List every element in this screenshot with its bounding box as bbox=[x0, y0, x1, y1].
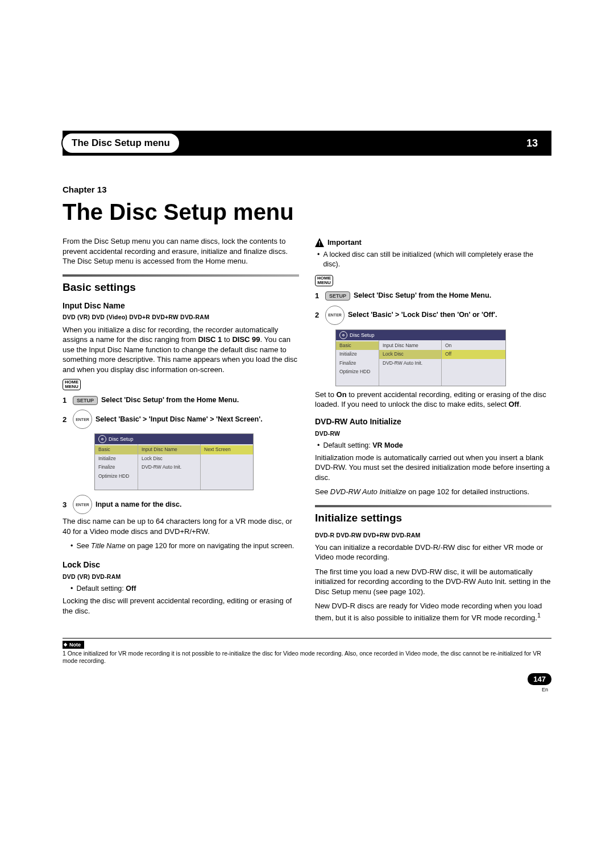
basic-settings-heading: Basic settings bbox=[63, 280, 299, 295]
initialize-p3: New DVD-R discs are ready for Video mode… bbox=[315, 601, 551, 623]
setup-button-icon: SETUP bbox=[73, 396, 98, 405]
header-tab: The Disc Setup menu bbox=[61, 132, 180, 155]
auto-init-default-bullet: Default setting: VR Mode bbox=[317, 441, 551, 450]
intro-paragraph: From the Disc Setup menu you can name di… bbox=[63, 236, 299, 266]
enter-button-icon: ENTER bbox=[325, 306, 345, 325]
right-step-2: 2 ENTER Select 'Basic' > 'Lock Disc' the… bbox=[315, 306, 551, 325]
home-menu-icon: HOME MENU bbox=[315, 275, 333, 286]
menu-item-basic: Basic bbox=[95, 445, 138, 454]
menu-item-initialize: Initialize bbox=[95, 454, 138, 463]
disc-icon bbox=[339, 331, 347, 339]
format-badges-initialize: DVD-R DVD-RW DVD+RW DVD-RAM bbox=[315, 531, 551, 539]
footnote-text: 1 Once initialized for VR mode recording… bbox=[63, 650, 551, 665]
step-1: 1 SETUP Select 'Disc Setup' from the Hom… bbox=[63, 395, 299, 406]
option-off: Off bbox=[442, 350, 505, 358]
important-heading: ! Important bbox=[315, 237, 551, 248]
title-name-bullet: See Title Name on page 120 for more on n… bbox=[70, 541, 299, 551]
auto-init-heading: DVD-RW Auto Initialize bbox=[315, 416, 551, 427]
menu-item-basic: Basic bbox=[336, 341, 379, 350]
auto-init-p2: See DVD-RW Auto Initialize on page 102 f… bbox=[315, 487, 551, 497]
submenu-lock-disc: Lock Disc bbox=[379, 350, 441, 358]
initialize-settings-heading: Initialize settings bbox=[315, 511, 551, 525]
initialize-p1: You can initialize a recordable DVD-R/-R… bbox=[315, 542, 551, 562]
home-menu-icon: HOME MENU bbox=[63, 379, 81, 390]
submenu-input-disc-name: Input Disc Name bbox=[379, 341, 441, 350]
note-label: Note bbox=[63, 641, 84, 649]
submenu-auto-init: DVD-RW Auto Init. bbox=[379, 359, 441, 368]
menu-item-optimize: Optimize HDD bbox=[95, 472, 138, 481]
disc-icon bbox=[98, 435, 106, 443]
enter-button-icon: ENTER bbox=[73, 495, 92, 514]
lock-disc-paragraph: Locking the disc will prevent accidental… bbox=[63, 596, 299, 616]
chapter-label: Chapter 13 bbox=[63, 184, 551, 195]
enter-button-icon: ENTER bbox=[73, 410, 92, 429]
format-badges-autoinit: DVD-RW bbox=[315, 429, 551, 437]
menu-item-finalize: Finalize bbox=[336, 359, 379, 368]
step-2: 2 ENTER Select 'Basic' > 'Input Disc Nam… bbox=[63, 410, 299, 429]
disc-setup-screenshot-2: Disc Setup Basic Initialize Finalize Opt… bbox=[335, 329, 506, 386]
submenu-input-disc-name: Input Disc Name bbox=[138, 445, 200, 454]
section-divider bbox=[315, 505, 551, 507]
left-column: From the Disc Setup menu you can name di… bbox=[63, 236, 299, 628]
caution-icon: ! bbox=[315, 238, 324, 247]
page-title: The Disc Setup menu bbox=[63, 197, 551, 227]
disc-name-length-note: The disc name can be up to 64 characters… bbox=[63, 516, 299, 536]
step-3: 3 ENTER Input a name for the disc. bbox=[63, 495, 299, 514]
page-number: 147 bbox=[528, 673, 551, 686]
format-badges-lock: DVD (VR) DVD-RAM bbox=[63, 573, 299, 581]
setup-button-icon: SETUP bbox=[325, 291, 350, 301]
initialize-p2: The first time you load a new DVD-RW dis… bbox=[315, 567, 551, 597]
submenu-lock-disc: Lock Disc bbox=[138, 454, 200, 463]
important-bullet: A locked disc can still be initialized (… bbox=[317, 250, 551, 269]
option-next-screen: Next Screen bbox=[201, 445, 253, 454]
right-step-1: 1 SETUP Select 'Disc Setup' from the Hom… bbox=[315, 291, 551, 301]
chapter-number-badge: 13 bbox=[520, 135, 545, 152]
disc-setup-screenshot-1: Disc Setup Basic Initialize Finalize Opt… bbox=[94, 433, 254, 490]
lock-disc-heading: Lock Disc bbox=[63, 560, 299, 570]
lock-default-bullet: Default setting: Off bbox=[70, 584, 299, 594]
right-column: ! Important A locked disc can still be i… bbox=[315, 236, 551, 628]
input-disc-name-heading: Input Disc Name bbox=[63, 301, 299, 311]
menu-item-optimize: Optimize HDD bbox=[336, 368, 379, 376]
menu-item-finalize: Finalize bbox=[95, 463, 138, 471]
lock-on-off-paragraph: Set to On to prevent accidental recordin… bbox=[315, 390, 551, 410]
option-on: On bbox=[442, 341, 505, 350]
chapter-header: The Disc Setup menu 13 bbox=[63, 131, 551, 156]
menu-item-initialize: Initialize bbox=[336, 350, 379, 358]
input-disc-name-paragraph: When you initialize a disc for recording… bbox=[63, 325, 299, 375]
auto-init-p1: Initialization mode is automatically car… bbox=[315, 453, 551, 483]
format-badges: DVD (VR) DVD (Video) DVD+R DVD+RW DVD-RA… bbox=[63, 313, 299, 321]
section-divider bbox=[63, 274, 299, 277]
submenu-auto-init: DVD-RW Auto Init. bbox=[138, 463, 200, 471]
page-language: En bbox=[542, 686, 548, 693]
note-divider bbox=[63, 638, 551, 639]
